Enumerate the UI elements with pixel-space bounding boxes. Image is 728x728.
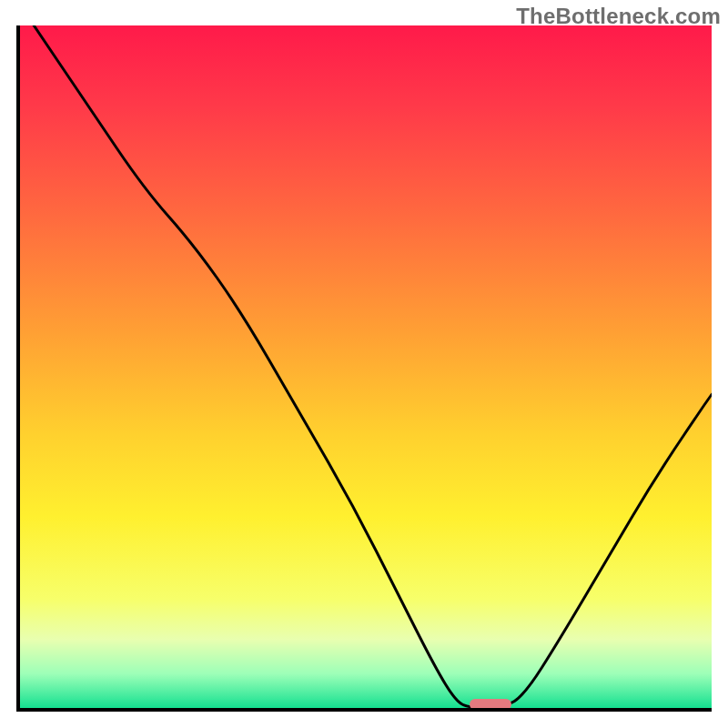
chart-svg: [20, 25, 712, 708]
gradient-backdrop: [20, 25, 712, 708]
plot-area: [16, 25, 712, 712]
watermark-text: TheBottleneck.com: [516, 4, 721, 29]
optimal-zone-marker: [470, 699, 511, 710]
bottleneck-chart: TheBottleneck.com: [0, 0, 728, 728]
